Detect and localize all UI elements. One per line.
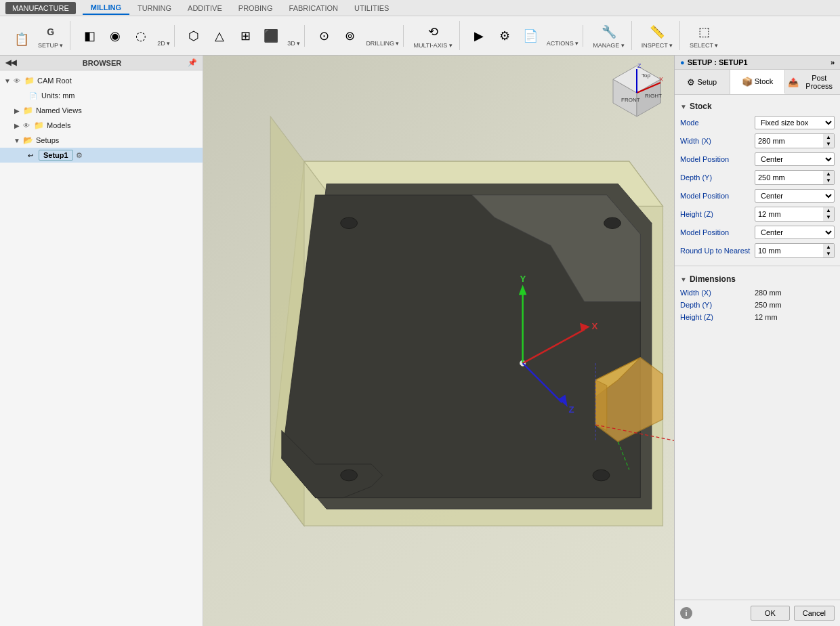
- height-z-input[interactable]: [755, 209, 823, 220]
- round-up-up[interactable]: ▲: [823, 244, 834, 251]
- tab-post-process[interactable]: 📤 Post Process: [785, 70, 840, 94]
- tree-item-cam-root[interactable]: ▼ 👁 📁 CAM Root: [0, 73, 203, 88]
- setup-group: 📋 G SETUP ▾: [5, 21, 70, 50]
- info-icon[interactable]: i: [680, 607, 692, 619]
- units-icon: 📄: [27, 89, 39, 102]
- tab-probing[interactable]: PROBING: [230, 2, 281, 14]
- depth-y-down[interactable]: ▼: [823, 178, 834, 184]
- model-pos-2-label: Model Position: [680, 192, 755, 200]
- 3d-adaptive-button[interactable]: ⬡: [182, 25, 206, 47]
- manage-label: MANAGE ▾: [593, 42, 625, 49]
- drill-button[interactable]: ⊙: [312, 25, 336, 47]
- dim-depth-row: Depth (Y) 250 mm: [679, 299, 836, 311]
- panel-footer: i OK Cancel: [675, 600, 840, 626]
- tab-stock[interactable]: 📦 Stock: [730, 70, 786, 94]
- stock-section-header[interactable]: ▼ Stock: [679, 99, 836, 114]
- width-x-up[interactable]: ▲: [823, 134, 834, 141]
- model-pos-3-control: Center: [755, 226, 835, 239]
- models-icon: 📁: [33, 119, 45, 131]
- svg-text:Z: Z: [568, 404, 574, 415]
- cam-root-expand[interactable]: ▼: [3, 77, 12, 85]
- setup1-label: Setup1: [39, 150, 73, 161]
- inspect-button[interactable]: 📏 INSPECT ▾: [639, 21, 675, 50]
- 3d-contour-button[interactable]: ⬛: [259, 25, 283, 47]
- simulate-button[interactable]: ▶: [467, 25, 491, 47]
- 2d-bore-button[interactable]: ◌: [129, 25, 153, 47]
- cancel-button[interactable]: Cancel: [794, 606, 835, 621]
- 2d-pocket-icon: ◉: [106, 26, 125, 45]
- 3d-scene: Y X Z: [203, 56, 674, 626]
- model-pos-1-select[interactable]: Center: [755, 152, 835, 166]
- setups-expand[interactable]: ▼: [12, 137, 22, 144]
- tab-utilities[interactable]: UTILITIES: [346, 2, 397, 14]
- width-x-down[interactable]: ▼: [823, 141, 834, 148]
- viewcube[interactable]: Top FRONT RIGHT X Z: [606, 62, 667, 123]
- setups-label: Setups: [36, 136, 59, 144]
- cam-root-eye[interactable]: 👁: [12, 76, 22, 85]
- depth-y-input[interactable]: [755, 172, 823, 183]
- browser-pin[interactable]: 📌: [188, 58, 197, 67]
- panel-tabs: ⚙ Setup 📦 Stock 📤 Post Process: [675, 70, 840, 95]
- tab-turning[interactable]: TURNING: [129, 2, 180, 14]
- inspect-group: 📏 INSPECT ▾: [635, 21, 680, 50]
- tab-setup[interactable]: ⚙ Setup: [675, 70, 730, 94]
- model-pos-1-row: Model Position Center: [679, 150, 836, 168]
- tree-item-models[interactable]: ▶ 👁 📁 Models: [0, 118, 203, 133]
- svg-point-21: [593, 470, 610, 481]
- 3d-pocket-button[interactable]: △: [207, 25, 232, 47]
- height-z-up[interactable]: ▲: [823, 207, 834, 214]
- width-x-input[interactable]: [755, 135, 823, 146]
- bore-button[interactable]: ⊚: [337, 25, 362, 47]
- depth-y-up[interactable]: ▲: [823, 171, 834, 178]
- inspect-label: INSPECT ▾: [642, 42, 673, 49]
- manage-group: 🔧 MANAGE ▾: [586, 21, 632, 50]
- stock-section: ▼ Stock Mode Fixed size box Width (X): [675, 95, 840, 264]
- mode-select[interactable]: Fixed size box: [755, 116, 835, 129]
- height-z-label: Height (Z): [680, 210, 755, 218]
- round-up-down[interactable]: ▼: [823, 251, 834, 257]
- tab-fabrication[interactable]: FABRICATION: [281, 2, 347, 14]
- dim-height-row: Height (Z) 12 mm: [679, 311, 836, 323]
- panel-header: ● SETUP : SETUP1 »: [675, 56, 840, 70]
- tree-item-units: 📄 Units: mm: [0, 88, 203, 103]
- models-eye[interactable]: 👁: [22, 121, 31, 130]
- tree-item-named-views[interactable]: ▶ 📁 Named Views: [0, 103, 203, 118]
- round-up-input[interactable]: [755, 245, 823, 256]
- model-pos-3-select[interactable]: Center: [755, 226, 835, 239]
- 3d-parallel-button[interactable]: ⊞: [233, 25, 257, 47]
- dim-height-value: 12 mm: [755, 313, 778, 321]
- 2d-contour-button[interactable]: ◧: [77, 25, 102, 47]
- post-button[interactable]: ⚙: [492, 25, 517, 47]
- inspect-icon: 📏: [648, 22, 667, 41]
- svg-text:Top: Top: [642, 72, 650, 79]
- 2d-pocket-button[interactable]: ◉: [103, 25, 127, 47]
- manufacture-button[interactable]: MANUFACTURE: [5, 2, 76, 14]
- browser-content: ▼ 👁 📁 CAM Root 📄 Units: mm ▶ 📁 Named Vie…: [0, 70, 203, 626]
- multiaxis-button[interactable]: ⟲ MULTI-AXIS ▾: [411, 21, 455, 50]
- panel-expand-icon[interactable]: »: [831, 58, 835, 66]
- model-pos-2-select[interactable]: Center: [755, 189, 835, 203]
- dimensions-section-header[interactable]: ▼ Dimensions: [679, 272, 836, 287]
- setup-tab-label: Setup: [697, 78, 717, 86]
- browser-collapse-arrow[interactable]: ◀◀: [5, 58, 16, 67]
- browser-title: BROWSER: [83, 59, 121, 67]
- named-views-expand[interactable]: ▶: [12, 107, 22, 114]
- ok-button[interactable]: OK: [751, 606, 790, 621]
- tab-additive[interactable]: ADDITIVE: [180, 2, 230, 14]
- height-z-down[interactable]: ▼: [823, 214, 834, 221]
- tools-row: 📋 G SETUP ▾ ◧ ◉ ◌ 2D ▾ ⬡: [0, 16, 840, 55]
- models-expand[interactable]: ▶: [12, 122, 22, 129]
- select-button[interactable]: ⬚ SELECT ▾: [687, 21, 721, 50]
- nc-button[interactable]: 📄: [518, 25, 543, 47]
- tree-item-setup1[interactable]: ↩ Setup1 ⚙: [0, 148, 203, 163]
- setup-dropdown[interactable]: G SETUP ▾: [35, 21, 66, 50]
- manage-button[interactable]: 🔧 MANAGE ▾: [590, 21, 627, 50]
- setup1-gear-icon[interactable]: ⚙: [76, 151, 83, 160]
- model-pos-1-label: Model Position: [680, 155, 755, 163]
- tab-milling[interactable]: MILLING: [83, 1, 129, 15]
- drilling-group: ⊙ ⊚ DRILLING ▾: [308, 25, 404, 47]
- viewport[interactable]: Top FRONT RIGHT X Z: [203, 56, 674, 626]
- round-up-spinner: ▲ ▼: [823, 244, 834, 257]
- new-setup-button[interactable]: 📋: [9, 28, 34, 50]
- tree-item-setups[interactable]: ▼ 📂 Setups: [0, 133, 203, 148]
